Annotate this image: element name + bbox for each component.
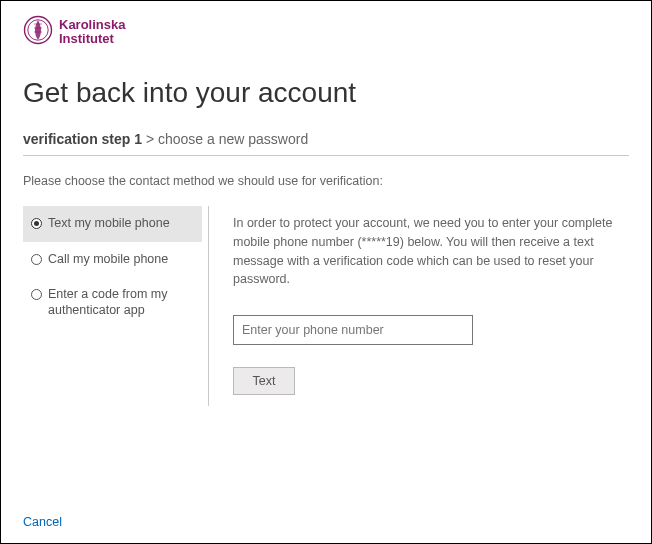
method-auth-app[interactable]: Enter a code from my authenticator app	[23, 277, 202, 328]
cancel-link[interactable]: Cancel	[23, 515, 62, 529]
method-label: Call my mobile phone	[48, 252, 168, 268]
method-detail: In order to protect your account, we nee…	[209, 206, 629, 406]
step-separator: >	[142, 131, 158, 147]
brand-logo-icon	[23, 15, 53, 49]
page-title: Get back into your account	[23, 77, 629, 109]
text-button[interactable]: Text	[233, 367, 295, 395]
brand: Karolinska Institutet	[23, 15, 629, 49]
radio-icon	[31, 289, 42, 300]
radio-icon	[31, 254, 42, 265]
brand-line1: Karolinska	[59, 18, 125, 32]
radio-icon	[31, 218, 42, 229]
method-label: Enter a code from my authenticator app	[48, 287, 194, 318]
method-list: Text my mobile phone Call my mobile phon…	[23, 206, 209, 406]
page: Karolinska Institutet Get back into your…	[0, 0, 652, 544]
brand-line2: Institutet	[59, 32, 125, 46]
brand-text: Karolinska Institutet	[59, 18, 125, 45]
step-next: choose a new password	[158, 131, 308, 147]
instruction-text: In order to protect your account, we nee…	[233, 214, 625, 289]
step-current: verification step 1	[23, 131, 142, 147]
content-body: Text my mobile phone Call my mobile phon…	[23, 206, 629, 406]
method-text-phone[interactable]: Text my mobile phone	[23, 206, 202, 242]
breadcrumb: verification step 1 > choose a new passw…	[23, 131, 629, 156]
prompt-text: Please choose the contact method we shou…	[23, 174, 629, 188]
phone-number-input[interactable]	[233, 315, 473, 345]
method-label: Text my mobile phone	[48, 216, 170, 232]
method-call-phone[interactable]: Call my mobile phone	[23, 242, 202, 278]
